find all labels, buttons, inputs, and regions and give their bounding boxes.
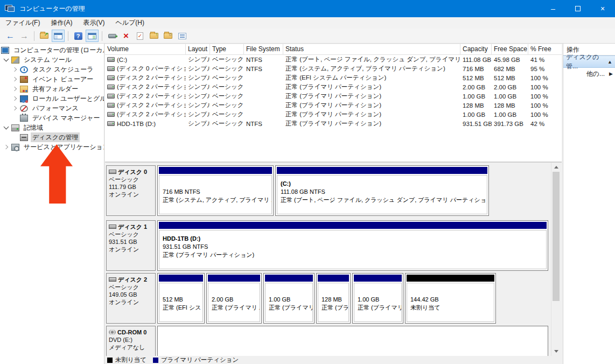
collapse-icon[interactable]: ▲ [607, 59, 612, 65]
forward-button[interactable]: → [18, 30, 31, 42]
tree-item-storage[interactable]: 記憶域 [0, 123, 104, 132]
system-tools-icon [11, 57, 19, 64]
column-header-volume[interactable]: Volume [105, 44, 186, 54]
folder-search-icon: ○ [164, 33, 172, 39]
disk2-partition-5[interactable]: 1.00 GB 正常 (プライマリ パ [352, 273, 403, 324]
chevron-right-icon[interactable] [12, 96, 17, 101]
disk2-label[interactable]: ディスク 2 ベーシック 149.05 GB オンライン [106, 273, 156, 324]
disk2-partition-2[interactable]: 2.00 GB 正常 (プライマリ パー [206, 273, 262, 324]
disk0-label[interactable]: ディスク 0 ベーシック 111.79 GB オンライン [106, 165, 156, 216]
action-pane-icon [88, 33, 96, 39]
chevron-right-icon[interactable] [12, 87, 17, 91]
export-list-button[interactable]: ↗ [38, 30, 51, 42]
folder-search-button[interactable]: ○ [162, 30, 174, 42]
check-document-button[interactable]: ✓ [134, 30, 146, 42]
tree-item-computer-management[interactable]: コンピューターの管理 (ローカル) [0, 45, 104, 55]
disk-icon [109, 277, 116, 282]
properties-button[interactable] [176, 30, 188, 42]
expand-right-icon[interactable]: ▶ [609, 71, 613, 76]
chevron-right-icon[interactable] [12, 67, 17, 72]
close-button[interactable]: × [590, 0, 615, 17]
disk2-partition-4[interactable]: 128 MB 正常 (プラ [316, 273, 351, 324]
back-button[interactable]: ← [4, 30, 17, 42]
scroll-up-button[interactable] [551, 163, 561, 172]
volume-icon [107, 94, 115, 99]
volume-icon [107, 112, 115, 117]
tree-item-event-viewer[interactable]: イベント ビューアー [0, 74, 104, 84]
scroll-down-button[interactable] [551, 347, 561, 356]
red-x-icon: × [123, 31, 129, 40]
menu-action[interactable]: 操作(A) [45, 17, 78, 29]
column-header-freespace[interactable]: Free Space [492, 44, 528, 54]
menu-help[interactable]: ヘルプ(H) [110, 17, 150, 29]
cd-rom-icon [109, 330, 116, 335]
local-users-groups-icon [20, 95, 28, 102]
volume-row[interactable]: (C:) シンプル ベーシック NTFS 正常 (ブート, ページ ファイル, … [105, 55, 562, 64]
disk2-unallocated[interactable]: 144.42 GB 未割り当て [405, 273, 496, 324]
show-action-pane-button[interactable] [86, 30, 99, 42]
services-applications-icon [11, 144, 19, 151]
tree-item-performance[interactable]: パフォーマンス [0, 103, 104, 113]
disk1-partition-d[interactable]: HDD-1TB (D:) 931.51 GB NTFS 正常 (プライマリ パー… [157, 220, 548, 271]
volume-row[interactable]: (ディスク 2 パーティション 3) シンプル ベーシック 正常 (プライマリ … [105, 92, 562, 101]
volume-row[interactable]: (ディスク 2 パーティション 1) シンプル ベーシック 正常 (EFI シス… [105, 73, 562, 82]
tree-item-services-applications[interactable]: サービスとアプリケーション [0, 142, 104, 152]
scrollbar-thumb[interactable] [553, 172, 560, 301]
primary-partition-strip [318, 275, 349, 282]
app-icon [5, 5, 15, 13]
actions-disk-management-section[interactable]: ディスクの管... ▲ [563, 55, 615, 68]
tree-item-local-users-groups[interactable]: ローカル ユーザーとグループ [0, 94, 104, 103]
column-header-filesystem[interactable]: File System [244, 44, 283, 54]
menu-file[interactable]: ファイル(F) [0, 17, 45, 29]
column-header-type[interactable]: Type [210, 44, 244, 54]
chevron-right-icon[interactable] [12, 106, 17, 110]
disk2-partition-3[interactable]: 1.00 GB 正常 (プライマリ パ [263, 273, 315, 324]
vertical-scrollbar[interactable] [551, 163, 560, 356]
tree-item-shared-folders[interactable]: 共有フォルダー [0, 84, 104, 94]
volume-row[interactable]: (ディスク 2 パーティション 5) シンプル ベーシック 正常 (プライマリ … [105, 110, 562, 119]
volume-icon [107, 66, 115, 71]
column-header-capacity[interactable]: Capacity [460, 44, 492, 54]
toolbar-separator [102, 31, 102, 41]
folder-up-button[interactable]: ↑ [148, 30, 160, 42]
chevron-right-icon[interactable] [12, 77, 17, 81]
maximize-button[interactable] [565, 0, 590, 17]
device-manager-icon [20, 115, 28, 122]
volume-row[interactable]: (ディスク 2 パーティション 2) シンプル ベーシック 正常 (プライマリ … [105, 82, 562, 92]
menu-view[interactable]: 表示(V) [78, 17, 110, 29]
volume-row[interactable]: (ディスク 0 パーティション 1) シンプル ベーシック NTFS 正常 (シ… [105, 64, 562, 73]
primary-partition-strip [354, 275, 402, 282]
chevron-down-icon[interactable] [4, 57, 9, 62]
disk2-partition-1[interactable]: 512 MB 正常 (EFI シス [157, 273, 205, 324]
chevron-right-icon[interactable] [4, 145, 8, 149]
tree-item-task-scheduler[interactable]: タスク スケジューラ [0, 65, 104, 74]
cdrom-media-area[interactable] [157, 326, 548, 356]
disk0-partition-system[interactable]: 716 MB NTFS 正常 (システム, アクティブ, プライマリ パーティ [157, 165, 274, 216]
primary-partition-strip [159, 275, 203, 282]
volume-icon [107, 75, 115, 80]
volume-list: Volume Layout Type File System Status Ca… [105, 44, 562, 162]
chevron-down-icon[interactable] [4, 124, 9, 130]
disk-icon [109, 170, 116, 174]
volume-icon [107, 85, 115, 89]
volume-row[interactable]: (ディスク 2 パーティション 4) シンプル ベーシック 正常 (プライマリ … [105, 101, 562, 110]
help-button[interactable]: ? [72, 30, 85, 42]
cdrom-label[interactable]: CD-ROM 0 DVD (E:) メディアなし [106, 326, 156, 356]
disk0-partition-c[interactable]: (C:) 111.08 GB NTFS 正常 (ブート, ページ ファイル, ク… [275, 165, 489, 216]
folder-up-icon: ↑ [150, 33, 158, 39]
tree-item-device-manager[interactable]: デバイス マネージャー [0, 113, 104, 123]
device-tool-button[interactable] [106, 30, 118, 42]
partition-legend: 未割り当て プライマリ パーティション [105, 356, 562, 364]
show-console-tree-button[interactable] [52, 30, 65, 42]
delete-button[interactable]: × [120, 30, 132, 42]
column-header-status[interactable]: Status [283, 44, 460, 54]
tree-item-disk-management[interactable]: ディスクの管理 [0, 132, 104, 142]
disk-management-icon [20, 134, 28, 141]
volume-row[interactable]: HDD-1TB (D:) シンプル ベーシック NTFS 正常 (プライマリ パ… [105, 119, 562, 128]
column-header-layout[interactable]: Layout [186, 44, 210, 54]
scroll-down-icon [554, 350, 558, 353]
column-header-pctfree[interactable]: % Free [528, 44, 559, 54]
disk1-label[interactable]: ディスク 1 ベーシック 931.51 GB オンライン [106, 220, 156, 271]
tree-item-system-tools[interactable]: システム ツール [0, 55, 104, 65]
minimize-button[interactable]: – [541, 0, 565, 17]
